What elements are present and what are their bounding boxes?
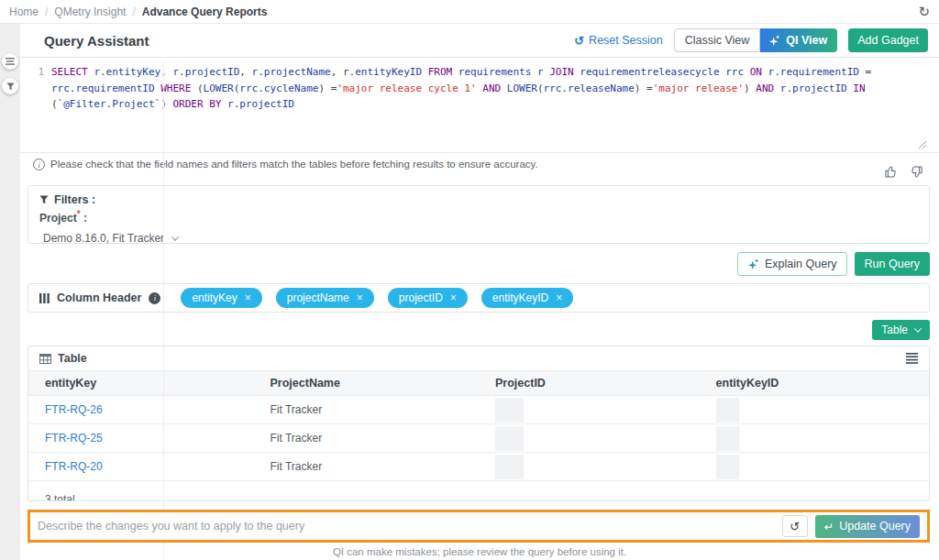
table-column-header: entityKeyID [700,371,929,396]
project-filter-select[interactable]: Demo 8.16.0, Fit Tracker [43,232,178,245]
table-column-header: entityKey [28,371,254,396]
redacted-project-id [495,398,524,423]
table-column-header: ProjectName [254,371,480,396]
breadcrumb-separator: / [45,5,48,18]
view-toggle: Classic View QI View [674,28,838,52]
collapse-menu-button[interactable] [2,53,18,70]
chip-remove-icon[interactable]: × [450,292,457,303]
qi-view-label: QI View [786,34,827,47]
row-count: 3 total [28,493,929,501]
chevron-down-icon [914,324,922,332]
filter-toggle-button[interactable] [2,78,18,94]
required-marker: * [77,209,81,219]
info-icon[interactable]: i [149,292,160,304]
column-chip[interactable]: projectName× [276,288,374,308]
explain-query-label: Explain Query [765,258,837,270]
entity-key-link[interactable]: FTR-RQ-26 [45,403,103,416]
table-panel-title: Table [58,352,87,365]
project-filter-label: Project* : [39,209,918,225]
breadcrumb-item: Advance Query Reports [142,5,268,18]
update-query-button[interactable]: ↵ Update Query [815,515,920,538]
table-row: FTR-RQ-26Fit Tracker [28,396,929,424]
table-column-header: ProjectID [479,371,700,396]
reset-icon: ↺ [574,34,584,48]
left-sidebar [0,24,20,560]
breadcrumb-item[interactable]: QMetry Insight [54,5,126,18]
project-name-cell: Fit Tracker [254,396,480,424]
funnel-icon [6,82,15,91]
column-chip[interactable]: projectID× [388,288,468,308]
breadcrumb-separator: / [132,5,135,18]
qi-disclaimer: QI can make mistakes; please review the … [20,543,939,560]
table-row: FTR-RQ-20Fit Tracker [28,453,929,481]
breadcrumb-item[interactable]: Home [9,5,39,18]
info-icon: i [33,159,45,170]
view-type-value: Table [881,324,908,336]
update-query-label: Update Query [839,520,911,533]
thumbs-down-button[interactable] [909,165,922,179]
sparkle-icon [768,35,780,47]
redacted-entity-key-id [716,398,739,423]
run-query-button[interactable]: Run Query [855,252,930,276]
view-type-select[interactable]: Table [872,320,930,340]
line-number: 1 [31,64,51,113]
sql-code: SELECT r.entityKey, r.projectID, r.proje… [51,64,926,113]
project-name-cell: Fit Tracker [254,424,480,453]
classic-view-button[interactable]: Classic View [674,28,761,52]
filters-title: Filters : [54,193,95,206]
reset-session-link[interactable]: ↺ Reset Session [574,34,663,48]
enter-icon: ↵ [824,520,834,533]
chip-remove-icon[interactable]: × [556,292,562,303]
reset-session-label: Reset Session [589,34,663,47]
table-row: FTR-RQ-25Fit Tracker [28,424,929,453]
results-table-panel: Table entityKeyProjectNameProjectIDentit… [28,346,930,501]
info-row: i Please check that the field names and … [20,153,939,183]
chip-label: entityKeyID [492,291,548,304]
list-icon [6,58,15,65]
chip-label: entityKey [192,291,237,304]
redacted-entity-key-id [716,455,739,479]
qi-view-button[interactable]: QI View [760,28,837,52]
add-gadget-button[interactable]: Add Gadget [848,28,928,52]
refresh-icon[interactable]: ↻ [918,5,930,18]
column-chip[interactable]: entityKeyID× [481,288,573,308]
undo-icon: ↺ [790,520,800,533]
column-header-panel: Column Header i entityKey×projectName×pr… [28,283,930,313]
thumbs-up-button[interactable] [885,165,899,179]
sparkle-icon [747,258,759,270]
chip-label: projectName [287,291,349,304]
table-menu-icon[interactable] [906,353,918,364]
column-header-title: Column Header [57,291,141,304]
sql-editor-container: 1 SELECT r.entityKey, r.projectID, r.pro… [20,58,939,153]
columns-icon [39,293,50,303]
page-title: Query Assistant [44,33,149,49]
table-icon [39,354,51,364]
chip-remove-icon[interactable]: × [357,292,363,303]
project-name-cell: Fit Tracker [254,453,480,481]
panel-header: Query Assistant ↺ Reset Session Classic … [20,24,939,58]
project-filter-value: Demo 8.16.0, Fit Tracker [43,232,164,245]
chip-remove-icon[interactable]: × [245,292,251,303]
undo-button[interactable]: ↺ [782,515,808,537]
query-actions: Explain Query Run Query [29,252,930,276]
entity-key-link[interactable]: FTR-RQ-25 [45,432,103,445]
column-chip[interactable]: entityKey× [181,288,261,308]
redacted-project-id [495,455,524,479]
sql-editor[interactable]: 1 SELECT r.entityKey, r.projectID, r.pro… [31,64,926,113]
redacted-project-id [495,426,524,451]
query-change-input[interactable] [38,520,775,533]
entity-key-link[interactable]: FTR-RQ-20 [45,460,103,473]
breadcrumb: Home/QMetry Insight/Advance Query Report… [0,0,939,24]
explain-query-button[interactable]: Explain Query [737,252,847,276]
chevron-down-icon [171,233,179,240]
filters-panel: Filters : Project* : Demo 8.16.0, Fit Tr… [28,185,930,244]
funnel-icon [39,195,49,204]
redacted-entity-key-id [716,426,739,451]
chip-label: projectID [399,291,443,304]
info-note: Please check that the field names and fi… [50,159,538,170]
query-update-bar: ↺ ↵ Update Query [28,510,930,543]
resize-handle[interactable] [917,139,926,148]
results-table: entityKeyProjectNameProjectIDentityKeyID… [28,370,929,481]
